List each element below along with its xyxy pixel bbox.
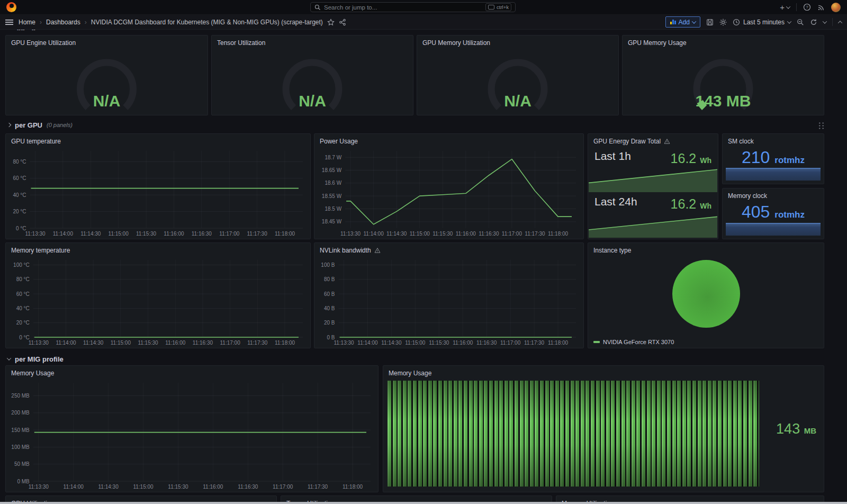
svg-text:60 B: 60 B: [324, 291, 335, 297]
svg-text:11:16:00: 11:16:00: [203, 484, 223, 490]
keyboard-icon: [488, 5, 494, 10]
chevron-down-icon: [7, 356, 11, 360]
pie-chart[interactable]: [672, 260, 740, 328]
favorite-star-icon[interactable]: [327, 19, 335, 26]
svg-text:11:16:00: 11:16:00: [453, 340, 473, 346]
gauge-gpu-memory-usage[interactable]: 143 MB: [623, 49, 824, 115]
share-icon[interactable]: [339, 19, 346, 26]
svg-text:60 °C: 60 °C: [16, 291, 30, 297]
breadcrumb-separator: ›: [40, 19, 42, 26]
news-rss-icon[interactable]: [817, 4, 825, 11]
chart-power-usage[interactable]: 11:13:3011:14:0011:14:3011:15:0011:15:30…: [314, 147, 583, 239]
svg-text:11:15:30: 11:15:30: [429, 340, 449, 346]
panel-title[interactable]: GPU Energy Draw Total: [588, 134, 718, 148]
gauge-gpu-engine-utilization[interactable]: N/A: [6, 49, 208, 115]
svg-text:11:14:00: 11:14:00: [64, 484, 84, 490]
breadcrumb-home[interactable]: Home: [19, 19, 35, 26]
chart-memory-temperature[interactable]: 11:13:3011:14:0011:14:3011:15:0011:15:30…: [6, 256, 310, 348]
svg-text:11:17:00: 11:17:00: [220, 340, 241, 346]
svg-text:11:13:30: 11:13:30: [29, 340, 49, 346]
warning-icon[interactable]: [664, 138, 670, 145]
grafana-logo-icon[interactable]: [6, 2, 16, 12]
svg-text:11:18:00: 11:18:00: [548, 340, 569, 346]
svg-text:11:18:00: 11:18:00: [275, 231, 295, 237]
panel-gpu-memory-usage: GPU Memory Usage 143 MB: [622, 35, 824, 115]
user-avatar[interactable]: [831, 3, 841, 12]
panel-title[interactable]: SM clock: [723, 134, 824, 148]
svg-text:11:14:30: 11:14:30: [381, 340, 402, 346]
svg-text:200 MB: 200 MB: [11, 410, 30, 416]
panel-title[interactable]: GPU temperature: [6, 134, 310, 148]
panel-title[interactable]: Power Usage: [314, 134, 583, 148]
panel-title[interactable]: Memory Usage: [6, 366, 378, 380]
panel-title[interactable]: Tensor Utilization: [212, 35, 413, 49]
svg-text:150 MB: 150 MB: [11, 427, 30, 433]
svg-text:0 °C: 0 °C: [16, 226, 26, 231]
clock-icon: [733, 19, 740, 26]
svg-text:11:18:00: 11:18:00: [275, 340, 295, 346]
svg-text:11:13:30: 11:13:30: [25, 231, 46, 237]
add-button[interactable]: Add: [665, 16, 700, 28]
svg-text:11:14:30: 11:14:30: [80, 231, 101, 237]
retro-lcd-bar-gauge[interactable]: [388, 381, 759, 487]
time-range-picker[interactable]: Last 5 minutes: [733, 19, 791, 26]
panel-title[interactable]: GPU Memory Usage: [623, 35, 824, 49]
row-header-per-mig-profile[interactable]: per MIG profile: [7, 354, 824, 364]
refresh-icon[interactable]: [810, 19, 817, 26]
svg-text:11:16:30: 11:16:30: [479, 231, 499, 237]
warning-icon[interactable]: [374, 247, 381, 254]
refresh-interval-dropdown[interactable]: [823, 19, 827, 23]
panel-title[interactable]: NVLink bandwidth: [314, 243, 583, 257]
breadcrumb-dashboards[interactable]: Dashboards: [46, 19, 80, 26]
panel-tensor-utilization: Tensor Utilization N/A: [211, 35, 413, 115]
breadcrumb-current: NVIDIA DCGM Dashboard for Kubernetes (MI…: [91, 19, 323, 26]
energy-last-1h: Last 1h 16.2 Wh: [588, 147, 718, 192]
panel-title[interactable]: GPU Memory Utilization: [417, 35, 618, 49]
row-drag-handle-icon[interactable]: [817, 121, 824, 129]
search-icon: [314, 4, 321, 11]
panel-power-usage: Power Usage 11:13:3011:14:0011:14:3011:1…: [314, 133, 584, 239]
panel-title[interactable]: Memory clock: [723, 188, 824, 202]
help-icon[interactable]: ?: [803, 3, 811, 11]
sparkline: [589, 214, 717, 238]
panel-title[interactable]: Memory Usage: [383, 366, 824, 380]
svg-text:11:14:30: 11:14:30: [386, 231, 407, 237]
svg-text:11:14:00: 11:14:00: [53, 231, 74, 237]
energy-stat-body[interactable]: Last 1h 16.2 Wh Last 24h 16.2 Wh: [588, 147, 718, 239]
chart-nvlink-bandwidth[interactable]: 11:13:3011:14:0011:14:3011:15:0011:15:30…: [314, 256, 583, 348]
gauge-tensor-utilization[interactable]: N/A: [212, 49, 413, 115]
gauge-gpu-memory-utilization[interactable]: N/A: [417, 49, 618, 115]
svg-text:N/A: N/A: [93, 92, 121, 110]
svg-text:11:17:00: 11:17:00: [273, 484, 293, 490]
panel-title[interactable]: Memory temperature: [6, 243, 310, 257]
chart-memory-usage[interactable]: 11:13:3011:14:0011:14:3011:15:0011:15:30…: [6, 379, 378, 492]
energy-last-24h: Last 24h 16.2 Wh: [588, 192, 718, 238]
collapse-toolbar-icon[interactable]: [838, 21, 842, 25]
save-dashboard-icon[interactable]: [706, 19, 714, 26]
sparkline: [589, 169, 717, 192]
horizontal-scrollbar[interactable]: [0, 502, 847, 504]
new-menu-button[interactable]: +: [780, 3, 790, 11]
settings-gear-icon[interactable]: [719, 19, 727, 26]
zoom-out-time-icon[interactable]: [797, 19, 804, 26]
svg-text:11:16:30: 11:16:30: [193, 340, 213, 346]
svg-text:11:13:30: 11:13:30: [29, 484, 49, 490]
svg-text:11:13:30: 11:13:30: [340, 231, 361, 237]
panel-memory-usage-timeseries: Memory Usage 11:13:3011:14:0011:14:3011:…: [5, 365, 379, 492]
menu-hamburger-icon[interactable]: [5, 19, 13, 25]
svg-text:18.45 W: 18.45 W: [322, 219, 342, 224]
svg-text:11:14:00: 11:14:00: [357, 340, 378, 346]
chart-gpu-temperature[interactable]: 11:13:3011:14:0011:14:3011:15:0011:15:30…: [6, 147, 310, 239]
row-header-per-gpu[interactable]: per GPU (0 panels): [7, 120, 824, 130]
svg-text:11:15:30: 11:15:30: [432, 231, 453, 237]
svg-text:11:14:00: 11:14:00: [364, 231, 384, 237]
svg-text:20 °C: 20 °C: [16, 320, 30, 326]
svg-text:11:16:30: 11:16:30: [476, 340, 497, 346]
stat-value: 16.2 Wh: [671, 196, 711, 212]
search-input[interactable]: Search or jump to... ctrl+k: [310, 2, 516, 12]
legend-item[interactable]: NVIDIA GeForce RTX 3070: [593, 339, 674, 345]
panel-title[interactable]: Instance type: [588, 243, 824, 257]
add-panel-icon: [670, 20, 676, 24]
svg-text:80 B: 80 B: [324, 276, 335, 282]
panel-title[interactable]: GPU Engine Utilization: [6, 35, 208, 49]
